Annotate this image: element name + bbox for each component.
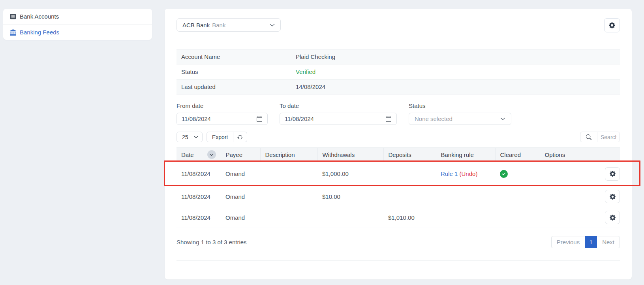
- column-header-description[interactable]: Description: [260, 148, 317, 162]
- list-icon: [10, 13, 16, 20]
- banking-feeds-panel: ACB Bank Bank Account Name Plaid Checkin…: [165, 9, 632, 279]
- payee-cell: Omand: [221, 186, 260, 207]
- bank-account-select[interactable]: ACB Bank Bank: [176, 18, 281, 32]
- banking-rule-cell: Rule 1 (Undo): [436, 162, 495, 186]
- status-value: Verified: [296, 68, 315, 75]
- from-date-input[interactable]: [177, 115, 251, 122]
- table-controls: 25 Export: [176, 132, 620, 142]
- cleared-cell: [495, 207, 540, 228]
- settings-button[interactable]: [604, 18, 620, 32]
- account-info-row: Account Name Plaid Checking: [176, 49, 620, 64]
- sidebar-item-banking-feeds[interactable]: Banking Feeds: [3, 24, 152, 40]
- table-row: 11/08/2024 Omand $1,000.00 Rule 1 (Undo): [176, 162, 620, 186]
- description-cell: [260, 186, 317, 207]
- column-header-label: Date: [181, 151, 194, 158]
- to-date-group: [280, 113, 397, 125]
- cleared-cell: [495, 162, 540, 186]
- withdrawals-cell: $10.00: [317, 186, 383, 207]
- banking-rule-cell: [436, 207, 495, 228]
- refresh-icon: [237, 134, 243, 140]
- date-cell: 11/08/2024: [176, 207, 221, 228]
- search-icon[interactable]: [580, 132, 597, 142]
- deposits-cell: [383, 186, 436, 207]
- chevron-down-icon: [270, 23, 275, 28]
- refresh-button[interactable]: [233, 132, 247, 142]
- options-cell: [540, 207, 620, 228]
- card-bottom-divider: [176, 260, 620, 261]
- pagination-previous-button[interactable]: Previous: [551, 236, 585, 248]
- cleared-cell: [495, 186, 540, 207]
- description-cell: [260, 207, 317, 228]
- deposits-cell: [383, 162, 436, 186]
- search-group: [580, 132, 620, 142]
- pagination-next-button[interactable]: Next: [597, 236, 620, 248]
- column-header-options[interactable]: Options: [540, 148, 620, 162]
- column-header-withdrawals[interactable]: Withdrawals: [317, 148, 383, 162]
- row-options-button[interactable]: [605, 167, 620, 181]
- chevron-down-icon: [500, 116, 505, 121]
- status-label: Status: [181, 68, 296, 75]
- status-select[interactable]: None selected: [409, 113, 511, 125]
- from-date-filter: From date: [176, 102, 268, 125]
- page-layout: Bank Accounts Banking Feeds ACB Bank Ban…: [0, 0, 644, 285]
- last-updated-value: 14/08/2024: [296, 83, 325, 90]
- bank-icon: [10, 29, 16, 36]
- options-cell: [540, 162, 620, 186]
- to-date-input[interactable]: [280, 115, 380, 122]
- calendar-icon[interactable]: [380, 113, 396, 125]
- gear-icon: [610, 171, 616, 177]
- chevron-down-icon: [194, 135, 198, 139]
- table-header-row: Date Payee Description Withdrawals Depos…: [176, 148, 620, 162]
- sidebar-item-bank-accounts[interactable]: Bank Accounts: [3, 9, 152, 24]
- account-name-label: Account Name: [181, 53, 296, 60]
- sidebar-item-label: Banking Feeds: [20, 29, 59, 36]
- payee-cell: Omand: [221, 207, 260, 228]
- account-info-row: Status Verified: [176, 64, 620, 79]
- table-controls-left: 25 Export: [176, 132, 247, 142]
- payee-cell: Omand: [221, 162, 260, 186]
- sidebar: Bank Accounts Banking Feeds: [3, 9, 152, 40]
- undo-link[interactable]: (Undo): [460, 170, 478, 177]
- banking-rule-link[interactable]: Rule 1: [441, 170, 458, 177]
- banking-rule-cell: [436, 186, 495, 207]
- to-date-label: To date: [280, 102, 397, 109]
- page-size-select[interactable]: 25: [176, 132, 203, 142]
- options-cell: [540, 186, 620, 207]
- column-header-deposits[interactable]: Deposits: [383, 148, 436, 162]
- row-options-button[interactable]: [605, 211, 620, 224]
- search-input[interactable]: [597, 132, 620, 142]
- gear-icon: [610, 194, 616, 200]
- export-button[interactable]: Export: [207, 132, 233, 142]
- last-updated-label: Last updated: [181, 83, 296, 90]
- calendar-icon[interactable]: [251, 113, 267, 125]
- from-date-group: [176, 113, 268, 125]
- withdrawals-cell: [317, 207, 383, 228]
- table-row: 11/08/2024 Omand $10.00: [176, 186, 620, 207]
- bank-select-type: Bank: [212, 22, 225, 28]
- column-header-banking-rule[interactable]: Banking rule: [436, 148, 495, 162]
- date-cell: 11/08/2024: [176, 162, 221, 186]
- table-row: 11/08/2024 Omand $1,010.00: [176, 207, 620, 228]
- status-filter: Status None selected: [409, 102, 511, 125]
- account-info-table: Account Name Plaid Checking Status Verif…: [176, 49, 620, 94]
- check-icon: [500, 170, 508, 178]
- withdrawals-cell: $1,000.00: [317, 162, 383, 186]
- sort-icon[interactable]: [207, 150, 216, 159]
- column-header-cleared[interactable]: Cleared: [495, 148, 540, 162]
- row-options-button[interactable]: [605, 190, 620, 203]
- account-name-value: Plaid Checking: [296, 53, 335, 60]
- column-header-date[interactable]: Date: [176, 148, 221, 162]
- pagination-page-1[interactable]: 1: [585, 236, 597, 248]
- panel-header: ACB Bank Bank: [176, 18, 620, 32]
- gear-icon: [609, 22, 615, 28]
- filters-row: From date To date Status: [176, 102, 620, 125]
- description-cell: [260, 162, 317, 186]
- column-header-payee[interactable]: Payee: [221, 148, 260, 162]
- gear-icon: [610, 215, 616, 221]
- date-cell: 11/08/2024: [176, 186, 221, 207]
- to-date-filter: To date: [280, 102, 397, 125]
- pagination: Previous 1 Next: [551, 236, 620, 248]
- status-filter-label: Status: [409, 102, 511, 109]
- status-select-value: None selected: [415, 115, 452, 122]
- export-button-group: Export: [207, 132, 247, 142]
